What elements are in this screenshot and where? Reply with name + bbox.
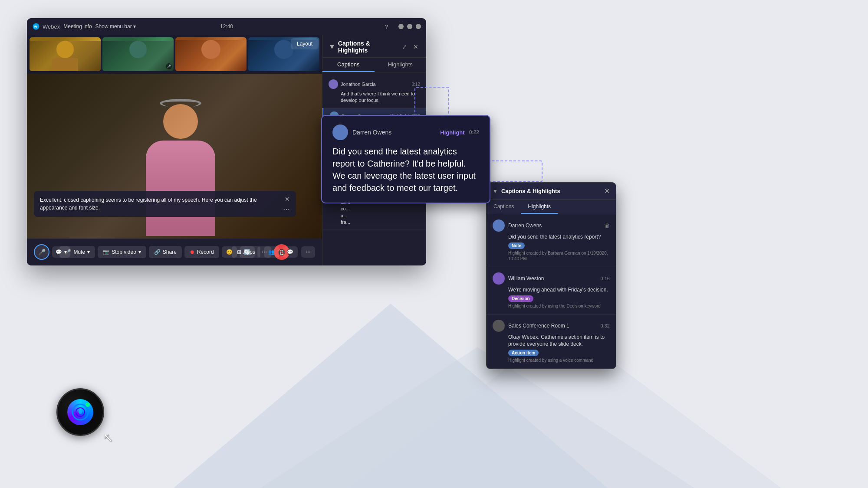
overflow-icon: ⋯ xyxy=(306,249,311,255)
overflow-button[interactable]: ⋯ xyxy=(301,246,315,258)
chat-button[interactable]: 💬 ▾ xyxy=(52,246,70,258)
camera-icon: 📷 xyxy=(103,249,109,255)
caption-more-button[interactable]: ⋯ xyxy=(283,205,290,213)
highlight-card: Darren Owens Highlight 0:22 Did you send… xyxy=(321,115,490,203)
highlight-card-avatar xyxy=(332,124,348,140)
help-icon[interactable]: ? xyxy=(385,23,388,30)
floating-panel-tabs: Captions Highlights xyxy=(487,200,616,214)
fp-name: Darren Owens xyxy=(508,223,598,229)
caption-time: 0:12 xyxy=(412,82,420,87)
floating-highlights-tab[interactable]: Highlights xyxy=(521,200,558,214)
panel-tabs: Captions Highlights xyxy=(322,58,426,72)
mic-icon: 🎤 xyxy=(166,63,172,69)
thumbnail-1[interactable] xyxy=(30,37,101,71)
delete-highlight-button[interactable]: 🗑 xyxy=(604,222,610,229)
highlight-card-name: Darren Owens xyxy=(352,129,436,136)
layout-button[interactable]: Layout xyxy=(291,38,319,49)
video-area: 🎤 Layout xyxy=(27,35,322,265)
webex-assistant[interactable]: ↖ xyxy=(56,388,108,440)
floating-panel-close-button[interactable]: ✕ xyxy=(604,187,610,195)
floating-panel-header: ▼ Captions & Highlights ✕ xyxy=(487,183,616,200)
svg-text:W: W xyxy=(34,25,38,29)
participant-thumbnails: 🎤 Layout xyxy=(27,35,322,74)
show-menu-button[interactable]: Show menu bar ▾ xyxy=(95,23,136,29)
mute-chevron: ▾ xyxy=(87,249,90,255)
captions-tab[interactable]: Captions xyxy=(322,58,375,72)
share-button[interactable]: 🔗 Share xyxy=(149,246,182,258)
chat-chevron: ▾ xyxy=(64,249,67,255)
assistant-inner xyxy=(67,399,93,425)
fp-avatar xyxy=(493,272,505,285)
assistant-status-dot xyxy=(85,403,90,407)
chevron-down-icon: ▾ xyxy=(133,23,136,29)
title-bar-controls: 12:40 ? xyxy=(385,23,421,30)
fp-name: William Weston xyxy=(508,275,597,282)
mic-active-icon: 🎤 xyxy=(38,249,46,255)
caption-notification: Excellent, closed captioning seems to be… xyxy=(34,191,296,217)
title-bar: W Webex Meeting info Show menu bar ▾ 12:… xyxy=(27,18,426,35)
share-icon: 🔗 xyxy=(154,249,161,255)
chat-side-button[interactable]: 💬 xyxy=(283,246,298,258)
record-icon: ⏺ xyxy=(190,249,195,255)
floating-captions-tab[interactable]: Captions xyxy=(487,200,521,214)
apps-button[interactable]: ⊞ Apps xyxy=(232,246,260,258)
close-panel-button[interactable]: ✕ xyxy=(411,43,420,51)
mute-indicator[interactable]: 🎤 xyxy=(34,244,49,260)
cursor-icon: ↖ xyxy=(103,430,113,445)
caption-item: Jonathon Garcia 0:12 And that's where I … xyxy=(322,76,426,108)
thumbnail-2[interactable]: 🎤 xyxy=(102,37,174,71)
webex-logo: W Webex xyxy=(32,23,60,30)
caption-text: Excellent, closed captioning seems to be… xyxy=(40,196,280,212)
fp-text: Did you send the latest analytics report… xyxy=(493,233,610,241)
fp-item: William Weston 0:16 We're moving ahead w… xyxy=(487,267,616,314)
fp-avatar xyxy=(493,219,505,232)
minimize-button[interactable] xyxy=(398,24,404,29)
fp-text: We're moving ahead with Friday's decisio… xyxy=(493,286,610,294)
highlight-card-text: Did you send the latest analytics report… xyxy=(332,145,479,194)
caption-name: Jonathon Garcia xyxy=(341,82,409,87)
highlights-tab[interactable]: Highlights xyxy=(375,58,427,72)
participants-icon: 👥 xyxy=(268,249,275,255)
fp-item: Sales Conference Room 1 0:32 Okay Webex,… xyxy=(487,314,616,369)
close-button[interactable] xyxy=(416,24,421,29)
panel-header: ▼ Captions & Highlights ⤢ ✕ xyxy=(322,35,426,58)
fp-sub: Highlight created by Barbara German on 1… xyxy=(493,250,610,262)
meeting-info-button[interactable]: Meeting info xyxy=(60,22,95,31)
stop-video-button[interactable]: 📷 Stop video ▾ xyxy=(98,246,146,258)
chevron-icon: ▼ xyxy=(493,188,498,194)
panel-title: Captions & Highlights xyxy=(338,40,398,54)
caption-body: And that's where I think we need to deve… xyxy=(329,91,420,104)
participants-button[interactable]: 👥 xyxy=(264,246,279,258)
avatar xyxy=(329,79,338,89)
fp-item: Darren Owens 🗑 Did you send the latest a… xyxy=(487,214,616,267)
toolbar: 🎤 💬 ▾ 🎤 Mute ▾ 📷 Stop video xyxy=(27,239,322,265)
chat-icon: 💬 xyxy=(56,249,62,255)
caption-close-button[interactable]: ✕ xyxy=(285,196,290,202)
expand-panel-button[interactable]: ⤢ xyxy=(400,43,409,51)
note-badge: Note xyxy=(508,242,525,249)
fp-sub: Highlight created by using a voice comma… xyxy=(493,357,610,363)
window-controls xyxy=(398,24,421,29)
main-video: Excellent, closed captioning seems to be… xyxy=(27,74,322,239)
highlight-card-time: 0:22 xyxy=(469,129,479,135)
floating-panel-content: Darren Owens 🗑 Did you send the latest a… xyxy=(487,214,616,369)
assistant-circle xyxy=(56,388,104,436)
floating-captions-panel: ▼ Captions & Highlights ✕ Captions Highl… xyxy=(486,182,616,369)
meeting-time: 12:40 xyxy=(220,23,233,29)
webex-icon: W xyxy=(32,23,40,30)
thumbnail-3[interactable] xyxy=(175,37,247,71)
video-chevron: ▾ xyxy=(138,249,141,255)
maximize-button[interactable] xyxy=(407,24,412,29)
svg-point-7 xyxy=(79,410,82,414)
apps-icon: ⊞ xyxy=(237,249,241,255)
fp-sub: Highlight created by using the Decision … xyxy=(493,303,610,309)
toolbar-right: ⊞ Apps 👥 💬 ⋯ xyxy=(232,246,315,258)
toolbar-left: 🎤 💬 ▾ xyxy=(34,244,70,260)
decision-badge: Decision xyxy=(508,295,533,302)
person-video xyxy=(120,104,241,239)
fp-time: 0:32 xyxy=(601,323,610,328)
floating-panel-title: Captions & Highlights xyxy=(501,188,601,194)
record-button[interactable]: ⏺ Record xyxy=(184,246,219,258)
fp-name: Sales Conference Room 1 xyxy=(508,323,597,329)
fp-avatar xyxy=(493,320,505,332)
